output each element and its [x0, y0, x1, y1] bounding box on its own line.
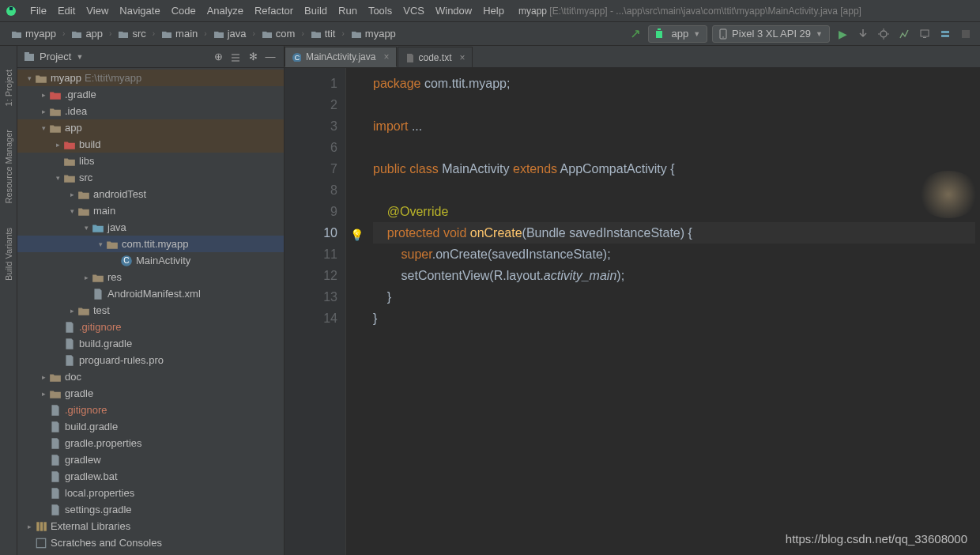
tree-node-src[interactable]: ▾src — [17, 169, 284, 186]
tree-node--gitignore[interactable]: .gitignore — [17, 402, 284, 418]
profiler-icon[interactable] — [896, 26, 912, 42]
menu-file[interactable]: File — [25, 3, 51, 18]
breadcrumb-app[interactable]: app — [68, 26, 106, 41]
tree-node-com-ttit-myapp[interactable]: ▾com.ttit.myapp — [17, 236, 284, 252]
tool-tab-project[interactable]: 1: Project — [4, 70, 13, 106]
breadcrumb-src[interactable]: src — [115, 26, 149, 41]
svg-rect-15 — [40, 522, 43, 530]
intention-bulb-icon[interactable]: 💡 — [350, 225, 364, 246]
device-label: Pixel 3 XL API 29 — [732, 28, 811, 40]
breadcrumb-ttit[interactable]: ttit — [307, 26, 339, 41]
menu-refactor[interactable]: Refactor — [250, 3, 298, 18]
device-selector[interactable]: Pixel 3 XL API 29 ▼ — [712, 25, 830, 43]
tree-node--gradle[interactable]: ▸.gradle — [17, 86, 284, 103]
line-gutter[interactable]: 12367891011121314 — [285, 68, 346, 555]
breadcrumb-com[interactable]: com — [258, 26, 299, 41]
close-tab-icon[interactable]: × — [383, 51, 389, 62]
main-area: 1: Project Resource Manager Build Varian… — [0, 46, 980, 555]
watermark-text: https://blog.csdn.net/qq_33608000 — [786, 532, 967, 546]
project-pane-header: Project ▼ ⊕ ✻ — — [17, 46, 284, 68]
tree-node-app[interactable]: ▾app — [17, 119, 284, 136]
svg-rect-10 — [24, 54, 34, 61]
svg-rect-16 — [43, 522, 46, 530]
svg-rect-17 — [36, 538, 45, 547]
tree-node-proguard-rules-pro[interactable]: proguard-rules.pro — [17, 352, 284, 368]
chevron-down-icon: ▼ — [816, 30, 823, 38]
menu-vcs[interactable]: VCS — [398, 3, 429, 18]
tree-node-res[interactable]: ▸res — [17, 269, 284, 285]
navigation-bar: myapp›app›src›main›java›com›ttit›myapp a… — [0, 22, 980, 46]
tree-node--gitignore[interactable]: .gitignore — [17, 319, 284, 335]
tree-node-doc[interactable]: ▸doc — [17, 368, 284, 385]
hide-icon[interactable]: — — [263, 50, 277, 64]
tree-node-local-properties[interactable]: local.properties — [17, 485, 284, 501]
sdk-manager-icon[interactable] — [937, 26, 953, 42]
project-tree[interactable]: ▾myappE:\ttit\myapp▸.gradle▸.idea▾app▸bu… — [17, 68, 284, 555]
code-editor[interactable]: 12367891011121314 💡 package com.ttit.mya… — [285, 68, 980, 555]
editor-tab-MainActivity-java[interactable]: CMainActivity.java× — [285, 47, 397, 67]
tree-node-myapp[interactable]: ▾myappE:\ttit\myapp — [17, 70, 284, 86]
menu-navigate[interactable]: Navigate — [115, 3, 164, 18]
tree-node-gradlew-bat[interactable]: gradlew.bat — [17, 468, 284, 485]
close-tab-icon[interactable]: × — [460, 52, 466, 63]
tree-node-gradle-properties[interactable]: gradle.properties — [17, 435, 284, 451]
breadcrumb-myapp[interactable]: myapp — [8, 26, 59, 41]
run-button[interactable]: ▶ — [835, 26, 850, 42]
android-studio-icon — [5, 5, 17, 17]
tree-node-build[interactable]: ▸build — [17, 136, 284, 153]
tree-node-main[interactable]: ▾main — [17, 202, 284, 219]
menu-tools[interactable]: Tools — [364, 3, 397, 18]
tree-node-gradle[interactable]: ▸gradle — [17, 385, 284, 402]
avd-manager-icon[interactable] — [917, 26, 933, 42]
chevron-right-icon: › — [301, 29, 303, 38]
stop-button[interactable] — [958, 26, 974, 42]
menu-analyze[interactable]: Analyze — [202, 3, 248, 18]
tree-node-settings-gradle[interactable]: settings.gradle — [17, 501, 284, 518]
make-project-icon[interactable] — [628, 26, 643, 42]
tree-node-androidTest[interactable]: ▸androidTest — [17, 186, 284, 202]
svg-rect-11 — [24, 52, 29, 55]
tree-node-java[interactable]: ▾java — [17, 219, 284, 236]
tree-node-libs[interactable]: libs — [17, 153, 284, 169]
tree-node-MainActivity[interactable]: CMainActivity — [17, 252, 284, 269]
menu-edit[interactable]: Edit — [53, 3, 80, 18]
run-config-selector[interactable]: app ▼ — [648, 25, 707, 43]
menu-build[interactable]: Build — [300, 3, 332, 18]
left-tool-strip: 1: Project Resource Manager Build Varian… — [0, 46, 17, 555]
tree-node-External-Libraries[interactable]: ▸External Libraries — [17, 518, 284, 534]
breadcrumb-myapp[interactable]: myapp — [348, 26, 399, 41]
project-view-selector[interactable]: Project ▼ — [24, 51, 83, 62]
tool-tab-resource-manager[interactable]: Resource Manager — [4, 130, 13, 204]
chevron-right-icon: › — [204, 29, 206, 38]
svg-point-3 — [722, 36, 724, 38]
debug-button[interactable] — [876, 26, 891, 42]
svg-rect-1 — [9, 7, 13, 10]
editor-tab-code-txt[interactable]: code.txt× — [398, 47, 473, 67]
collapse-all-icon[interactable] — [228, 50, 243, 64]
menu-bar: File Edit View Navigate Code Analyze Ref… — [0, 0, 980, 22]
tree-node--idea[interactable]: ▸.idea — [17, 103, 284, 119]
apply-changes-icon[interactable] — [855, 26, 871, 42]
menu-code[interactable]: Code — [167, 3, 201, 18]
locate-icon[interactable]: ⊕ — [211, 50, 225, 64]
menu-view[interactable]: View — [81, 3, 113, 18]
menu-window[interactable]: Window — [431, 3, 477, 18]
chevron-right-icon: › — [253, 29, 255, 38]
settings-icon[interactable]: ✻ — [246, 50, 260, 64]
menu-run[interactable]: Run — [334, 3, 362, 18]
menu-help[interactable]: Help — [478, 3, 509, 18]
chevron-right-icon: › — [341, 29, 344, 38]
breadcrumb-java[interactable]: java — [210, 26, 250, 41]
tool-tab-build-variants[interactable]: Build Variants — [4, 228, 13, 281]
tree-node-build-gradle[interactable]: build.gradle — [17, 335, 284, 352]
tree-node-build-gradle[interactable]: build.gradle — [17, 418, 284, 435]
project-pane-title: Project — [40, 51, 71, 62]
tree-node-test[interactable]: ▸test — [17, 302, 284, 319]
toolbar-right: app ▼ Pixel 3 XL API 29 ▼ ▶ — [628, 25, 980, 43]
breadcrumb-main[interactable]: main — [158, 26, 201, 41]
svg-rect-9 — [962, 30, 970, 38]
code-content[interactable]: package com.ttit.myapp; import ... publi… — [367, 68, 980, 555]
tree-node-gradlew[interactable]: gradlew — [17, 451, 284, 468]
tree-node-AndroidManifest-xml[interactable]: AndroidManifest.xml — [17, 285, 284, 302]
tree-node-Scratches-and-Consoles[interactable]: Scratches and Consoles — [17, 534, 284, 551]
